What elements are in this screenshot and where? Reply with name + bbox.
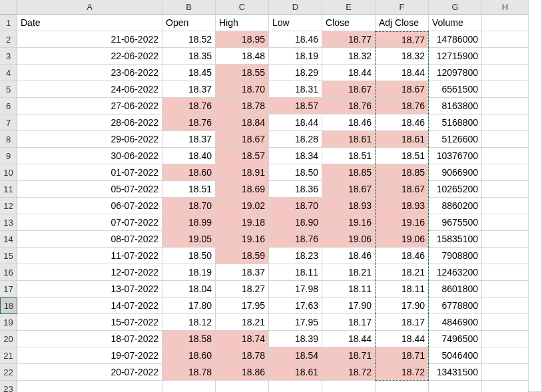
- cell-E20[interactable]: 18.44: [322, 331, 376, 347]
- cell-C3[interactable]: 18.48: [216, 48, 269, 65]
- cell-B10[interactable]: 18.60: [162, 164, 216, 181]
- cell-C20[interactable]: 18.74: [216, 331, 269, 347]
- cell-G2[interactable]: 14786000: [429, 31, 482, 48]
- cell-C4[interactable]: 18.55: [216, 65, 269, 81]
- cell-E7[interactable]: 18.46: [322, 114, 376, 131]
- cell-F8[interactable]: 18.61: [376, 131, 429, 148]
- cell-G10[interactable]: 9066900: [429, 164, 482, 181]
- cell-H3[interactable]: [482, 48, 529, 65]
- cell-F6[interactable]: 18.76: [376, 98, 429, 114]
- cell-H15[interactable]: [482, 248, 529, 264]
- cell-D17[interactable]: 17.98: [269, 281, 322, 297]
- cell-F23[interactable]: [376, 381, 429, 392]
- cell-B11[interactable]: 18.51: [162, 181, 216, 198]
- cell-D7[interactable]: 18.44: [269, 114, 322, 131]
- row-header-13[interactable]: 13: [0, 214, 17, 231]
- cell-A15[interactable]: 11-07-2022: [17, 248, 162, 264]
- cell-C13[interactable]: 19.18: [216, 214, 269, 231]
- cell-G16[interactable]: 12463200: [429, 264, 482, 281]
- cell-A12[interactable]: 06-07-2022: [17, 198, 162, 214]
- row-header-23[interactable]: 23: [0, 381, 17, 392]
- cell-A8[interactable]: 29-06-2022: [17, 131, 162, 148]
- cell-E4[interactable]: 18.44: [322, 65, 376, 81]
- cell-G5[interactable]: 6561500: [429, 81, 482, 98]
- cell-F14[interactable]: 19.06: [376, 231, 429, 248]
- cell-H8[interactable]: [482, 131, 529, 148]
- cell-A13[interactable]: 07-07-2022: [17, 214, 162, 231]
- cell-F7[interactable]: 18.46: [376, 114, 429, 131]
- cell-G19[interactable]: 4846900: [429, 314, 482, 331]
- row-header-9[interactable]: 9: [0, 148, 17, 164]
- row-header-6[interactable]: 6: [0, 98, 17, 114]
- cell-E13[interactable]: 19.16: [322, 214, 376, 231]
- cell-C15[interactable]: 18.59: [216, 248, 269, 264]
- cell-B15[interactable]: 18.50: [162, 248, 216, 264]
- cell-E18[interactable]: 17.90: [322, 297, 376, 314]
- col-header-G[interactable]: G: [429, 0, 482, 15]
- cell-H12[interactable]: [482, 198, 529, 214]
- cell-C21[interactable]: 18.78: [216, 347, 269, 364]
- cell-C12[interactable]: 19.02: [216, 198, 269, 214]
- cell-E5[interactable]: 18.67: [322, 81, 376, 98]
- row-header-16[interactable]: 16: [0, 264, 17, 281]
- cell-G20[interactable]: 7496500: [429, 331, 482, 347]
- col-header-B[interactable]: B: [162, 0, 216, 15]
- cell-F21[interactable]: 18.71: [376, 347, 429, 364]
- cell-B23[interactable]: [162, 381, 216, 392]
- cell-B18[interactable]: 17.80: [162, 297, 216, 314]
- cell-H23[interactable]: [482, 381, 529, 392]
- cell-E2[interactable]: 18.77: [322, 31, 376, 48]
- cell-G11[interactable]: 10265200: [429, 181, 482, 198]
- cell-H11[interactable]: [482, 181, 529, 198]
- cell-C1[interactable]: High: [216, 15, 269, 31]
- cell-H2[interactable]: [482, 31, 529, 48]
- cell-C6[interactable]: 18.78: [216, 98, 269, 114]
- cell-E16[interactable]: 18.21: [322, 264, 376, 281]
- row-header-2[interactable]: 2: [0, 31, 17, 48]
- cell-E10[interactable]: 18.85: [322, 164, 376, 181]
- cell-C18[interactable]: 17.95: [216, 297, 269, 314]
- cell-E3[interactable]: 18.32: [322, 48, 376, 65]
- col-header-A[interactable]: A: [17, 0, 162, 15]
- cell-C14[interactable]: 19.16: [216, 231, 269, 248]
- cell-A20[interactable]: 18-07-2022: [17, 331, 162, 347]
- cell-D2[interactable]: 18.46: [269, 31, 322, 48]
- cell-A11[interactable]: 05-07-2022: [17, 181, 162, 198]
- cell-E22[interactable]: 18.72: [322, 364, 376, 381]
- cell-G21[interactable]: 5046400: [429, 347, 482, 364]
- col-header-E[interactable]: E: [322, 0, 376, 15]
- cell-G14[interactable]: 15835100: [429, 231, 482, 248]
- cell-F22[interactable]: 18.72: [376, 364, 429, 381]
- row-header-20[interactable]: 20: [0, 331, 17, 347]
- row-header-3[interactable]: 3: [0, 48, 17, 65]
- cell-F20[interactable]: 18.44: [376, 331, 429, 347]
- cell-H22[interactable]: [482, 364, 529, 381]
- cell-D4[interactable]: 18.29: [269, 65, 322, 81]
- cell-C23[interactable]: [216, 381, 269, 392]
- cell-A9[interactable]: 30-06-2022: [17, 148, 162, 164]
- cell-E15[interactable]: 18.46: [322, 248, 376, 264]
- cell-H16[interactable]: [482, 264, 529, 281]
- cell-C16[interactable]: 18.37: [216, 264, 269, 281]
- cell-G23[interactable]: [429, 381, 482, 392]
- cell-D10[interactable]: 18.50: [269, 164, 322, 181]
- cell-E1[interactable]: Close: [322, 15, 376, 31]
- cell-B19[interactable]: 18.12: [162, 314, 216, 331]
- cell-B9[interactable]: 18.40: [162, 148, 216, 164]
- row-header-8[interactable]: 8: [0, 131, 17, 148]
- cell-D11[interactable]: 18.36: [269, 181, 322, 198]
- col-header-D[interactable]: D: [269, 0, 322, 15]
- cell-D12[interactable]: 18.70: [269, 198, 322, 214]
- cell-E11[interactable]: 18.67: [322, 181, 376, 198]
- cell-F5[interactable]: 18.67: [376, 81, 429, 98]
- cell-D14[interactable]: 18.76: [269, 231, 322, 248]
- cell-A2[interactable]: 21-06-2022: [17, 31, 162, 48]
- cell-B22[interactable]: 18.78: [162, 364, 216, 381]
- cell-D8[interactable]: 18.28: [269, 131, 322, 148]
- cell-F1[interactable]: Adj Close: [376, 15, 429, 31]
- cell-D5[interactable]: 18.31: [269, 81, 322, 98]
- cell-B3[interactable]: 18.35: [162, 48, 216, 65]
- cell-G6[interactable]: 8163800: [429, 98, 482, 114]
- row-header-7[interactable]: 7: [0, 114, 17, 131]
- cell-G4[interactable]: 12097800: [429, 65, 482, 81]
